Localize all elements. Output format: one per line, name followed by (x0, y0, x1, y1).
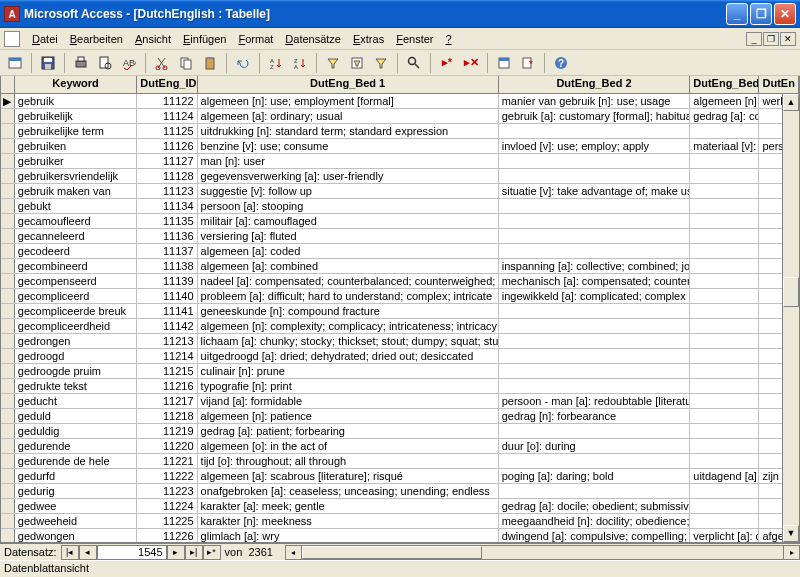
cell[interactable]: algemeen [n]: use; employment [formal] (198, 94, 499, 108)
cell[interactable]: gedurende (15, 439, 137, 453)
table-row[interactable]: gedroogd11214uitgedroogd [a]: dried; deh… (1, 349, 799, 364)
cell[interactable]: uitdrukking [n]: standard term; standard… (198, 124, 499, 138)
cell[interactable]: probleem [a]: difficult; hard to underst… (198, 289, 499, 303)
cell[interactable]: gecamoufleerd (15, 214, 137, 228)
cell[interactable] (690, 289, 759, 303)
cell[interactable]: 11213 (137, 334, 197, 348)
cell[interactable]: 11142 (137, 319, 197, 333)
cell[interactable]: dwingend [a]: compulsive; compelling; m (499, 529, 691, 542)
print-preview-button[interactable] (94, 52, 116, 74)
column-header[interactable]: Keyword (15, 76, 137, 93)
cell[interactable]: gecompliceerd (15, 289, 137, 303)
cell[interactable] (690, 349, 759, 363)
cell[interactable]: 11221 (137, 454, 197, 468)
table-row[interactable]: gecompliceerd11140probleem [a]: difficul… (1, 289, 799, 304)
cell[interactable]: gedrag [n]: forbearance (499, 409, 691, 423)
cell[interactable] (690, 379, 759, 393)
cell[interactable]: 11216 (137, 379, 197, 393)
cell[interactable]: typografie [n]: print (198, 379, 499, 393)
table-row[interactable]: gedurig11223onafgebroken [a]: ceaseless;… (1, 484, 799, 499)
cell[interactable]: gedroogd (15, 349, 137, 363)
table-row[interactable]: gedwee11224karakter [a]: meek; gentleged… (1, 499, 799, 514)
new-object-button[interactable]: * (517, 52, 539, 74)
cell[interactable]: benzine [v]: use; consume (198, 139, 499, 153)
cell[interactable]: 11135 (137, 214, 197, 228)
cell[interactable]: culinair [n]: prune (198, 364, 499, 378)
cell[interactable]: algemeen [a]: combined (198, 259, 499, 273)
table-row[interactable]: gebruikersvriendelijk11128gegevensverwer… (1, 169, 799, 184)
cell[interactable]: 11126 (137, 139, 197, 153)
cell[interactable]: gebruiker (15, 154, 137, 168)
new-record-nav-button[interactable]: ▸* (203, 545, 221, 560)
cell[interactable]: invloed [v]: use; employ; apply (499, 139, 691, 153)
cell[interactable]: 11136 (137, 229, 197, 243)
menu-extras[interactable]: Extras (347, 31, 390, 47)
cell[interactable]: 11220 (137, 439, 197, 453)
cell[interactable]: 11125 (137, 124, 197, 138)
cell[interactable]: meegaandheid [n]: docility; obedience; s… (499, 514, 691, 528)
cell[interactable]: lichaam [a]: chunky; stocky; thickset; s… (198, 334, 499, 348)
cell[interactable]: 11122 (137, 94, 197, 108)
filter-form-button[interactable] (346, 52, 368, 74)
cell[interactable]: gebruiken (15, 139, 137, 153)
row-selector[interactable] (1, 319, 15, 333)
cell[interactable]: 11137 (137, 244, 197, 258)
menu-?[interactable]: ? (439, 31, 457, 47)
cell[interactable]: duur [o]: during (499, 439, 691, 453)
cell[interactable] (690, 259, 759, 273)
cell[interactable]: poging [a]: daring; bold (499, 469, 691, 483)
help-button[interactable]: ? (550, 52, 572, 74)
table-row[interactable]: geduld11218algemeen [n]: patiencegedrag … (1, 409, 799, 424)
row-selector[interactable] (1, 364, 15, 378)
cell[interactable] (499, 244, 691, 258)
cell[interactable] (499, 484, 691, 498)
cell[interactable] (690, 169, 759, 183)
table-row[interactable]: gecamoufleerd11135militair [a]: camoufla… (1, 214, 799, 229)
cell[interactable]: ingewikkeld [a]: complicated; complex (499, 289, 691, 303)
table-row[interactable]: geduldig11219gedrag [a]: patient; forbea… (1, 424, 799, 439)
row-selector[interactable] (1, 259, 15, 273)
cell[interactable] (690, 439, 759, 453)
cell[interactable]: tijd [o]: throughout; all through (198, 454, 499, 468)
cell[interactable]: 11140 (137, 289, 197, 303)
cell[interactable]: algemeen [n] (690, 94, 759, 108)
print-button[interactable] (70, 52, 92, 74)
cell[interactable]: geducht (15, 394, 137, 408)
row-selector[interactable] (1, 184, 15, 198)
row-selector[interactable] (1, 469, 15, 483)
cell[interactable] (499, 424, 691, 438)
cell[interactable]: gedrukte tekst (15, 379, 137, 393)
row-selector[interactable] (1, 229, 15, 243)
table-row[interactable]: gecombineerd11138algemeen [a]: combinedi… (1, 259, 799, 274)
cell[interactable]: gecanneleerd (15, 229, 137, 243)
cell[interactable] (499, 169, 691, 183)
cell[interactable]: militair [a]: camouflaged (198, 214, 499, 228)
spellcheck-button[interactable]: ABC (118, 52, 140, 74)
cell[interactable] (499, 304, 691, 318)
cell[interactable] (499, 319, 691, 333)
save-button[interactable] (37, 52, 59, 74)
row-selector[interactable] (1, 274, 15, 288)
column-header[interactable]: DutEng_Bed 3 (690, 76, 759, 93)
cell[interactable]: situatie [v]: take advantage of; make us… (499, 184, 691, 198)
cell[interactable] (499, 199, 691, 213)
cell[interactable] (690, 484, 759, 498)
cell[interactable]: 11223 (137, 484, 197, 498)
cell[interactable]: 11128 (137, 169, 197, 183)
cell[interactable]: 11218 (137, 409, 197, 423)
table-row[interactable]: gecompliceerdheid11142algemeen [n]: comp… (1, 319, 799, 334)
row-selector[interactable] (1, 409, 15, 423)
mdi-minimize-button[interactable]: _ (746, 32, 762, 46)
column-header[interactable]: DutEng_Bed 2 (499, 76, 691, 93)
row-selector[interactable] (1, 424, 15, 438)
sort-asc-button[interactable]: AZ (265, 52, 287, 74)
scroll-up-button[interactable]: ▲ (783, 94, 799, 111)
table-row[interactable]: gedroogde pruim11215culinair [n]: prune (1, 364, 799, 379)
row-selector[interactable] (1, 154, 15, 168)
table-row[interactable]: gecodeerd11137algemeen [a]: coded (1, 244, 799, 259)
delete-record-button[interactable]: ▸✕ (460, 52, 482, 74)
cell[interactable] (690, 319, 759, 333)
column-header[interactable]: DutEn (759, 76, 799, 93)
cell[interactable]: 11124 (137, 109, 197, 123)
row-selector[interactable] (1, 214, 15, 228)
